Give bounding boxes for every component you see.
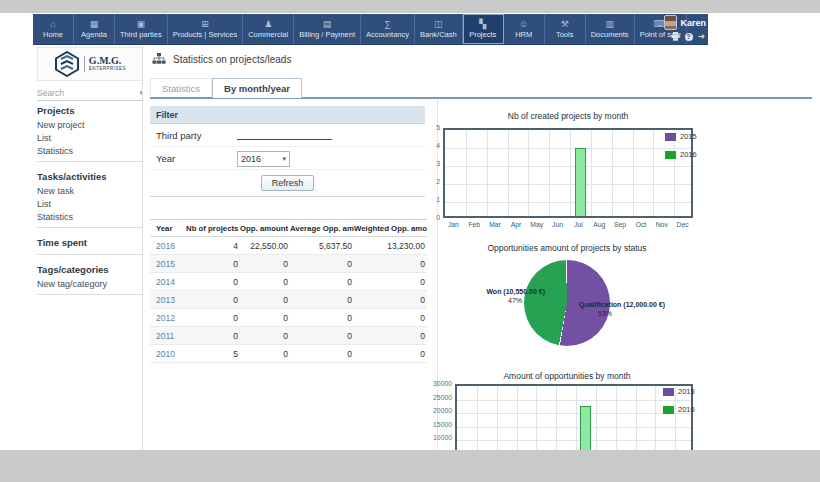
filter-row-year: Year 2016 ▾ bbox=[150, 147, 425, 170]
print-icon[interactable] bbox=[671, 32, 680, 41]
bank-cash-icon: ◫ bbox=[434, 19, 443, 29]
project-stats-icon bbox=[152, 53, 166, 65]
nav-item-third-parties[interactable]: ▣Third parties bbox=[115, 14, 168, 44]
table-cell: 0 bbox=[290, 295, 354, 305]
tab-statistics[interactable]: Statistics bbox=[150, 78, 212, 98]
tools-icon: ⚒ bbox=[561, 19, 569, 29]
year-link-cell[interactable]: 2014 bbox=[150, 277, 186, 287]
sidebar-divider bbox=[37, 227, 143, 228]
sidebar-item-statistics[interactable]: Statistics bbox=[37, 210, 143, 223]
year-link[interactable]: 2015 bbox=[156, 259, 175, 269]
filter-header: Filter bbox=[150, 106, 425, 124]
sidebar-section-tags-categories: Tags/categories bbox=[37, 259, 143, 277]
nav-item-billing-payment[interactable]: ▤Billing / Payment bbox=[294, 14, 361, 44]
year-select[interactable]: 2016 ▾ bbox=[237, 151, 290, 167]
sidebar-item-new-task[interactable]: New task bbox=[37, 184, 143, 197]
nav-item-home[interactable]: ⌂Home bbox=[33, 14, 74, 44]
sidebar-divider bbox=[37, 294, 143, 295]
table-header-cell: Opp. amount bbox=[240, 224, 290, 233]
year-link[interactable]: 2010 bbox=[156, 349, 175, 359]
nav-item-agenda[interactable]: ▦Agenda bbox=[74, 14, 115, 44]
table-cell: 0 bbox=[240, 295, 290, 305]
products-services-icon: ⊞ bbox=[201, 19, 209, 29]
year-link[interactable]: 2011 bbox=[156, 331, 174, 341]
user-block: Karen ? ➔ bbox=[664, 15, 706, 41]
table-row: 2016422,550.005,637.5013,230.00 bbox=[150, 237, 427, 255]
nav-item-accountancy[interactable]: ∑Accountancy bbox=[361, 14, 415, 44]
user-avatar[interactable] bbox=[664, 15, 677, 30]
agenda-icon: ▦ bbox=[90, 19, 99, 29]
table-cell: 0 bbox=[290, 313, 354, 323]
year-link-cell[interactable]: 2016 bbox=[150, 241, 186, 251]
nav-item-label: Billing / Payment bbox=[299, 30, 355, 39]
year-link-cell[interactable]: 2013 bbox=[150, 295, 186, 305]
nav-item-label: Bank/Cash bbox=[420, 30, 457, 39]
search-placeholder: Search bbox=[37, 88, 64, 98]
table-header-cell: Nb of projects bbox=[186, 224, 240, 233]
sidebar-item-list[interactable]: List bbox=[37, 197, 143, 210]
help-icon[interactable]: ? bbox=[684, 32, 693, 41]
year-link-cell[interactable]: 2011 bbox=[150, 331, 186, 341]
refresh-button[interactable]: Refresh bbox=[261, 175, 315, 191]
nav-item-hrm[interactable]: ☺HRM bbox=[504, 14, 545, 44]
sidebar-item-new-tag-category[interactable]: New tag/category bbox=[37, 277, 143, 290]
table-row: 20150000 bbox=[150, 255, 427, 273]
filter-card: Filter Third party Year 2016 ▾ Refresh bbox=[150, 106, 425, 197]
table-row: 20105000 bbox=[150, 345, 427, 363]
bottom-gray-band bbox=[0, 450, 820, 482]
nav-item-projects[interactable]: ▚Projects bbox=[463, 14, 504, 44]
year-link-cell[interactable]: 2010 bbox=[150, 349, 186, 359]
year-link-cell[interactable]: 2012 bbox=[150, 313, 186, 323]
table-cell: 0 bbox=[354, 313, 427, 323]
year-link-cell[interactable]: 2015 bbox=[150, 259, 186, 269]
table-row: 20120000 bbox=[150, 309, 427, 327]
table-cell: 0 bbox=[354, 349, 427, 359]
table-cell: 0 bbox=[354, 259, 427, 269]
sidebar-item-statistics[interactable]: Statistics bbox=[37, 144, 143, 157]
logo-line1: G.M.G. bbox=[89, 56, 126, 66]
year-link[interactable]: 2014 bbox=[156, 277, 175, 287]
projects-icon: ▚ bbox=[479, 19, 486, 29]
nav-item-label: Documents bbox=[591, 30, 629, 39]
nav-item-label: Products | Services bbox=[173, 30, 237, 39]
top-menu-bar: ⌂Home▦Agenda▣Third parties⊞Products | Se… bbox=[33, 14, 708, 45]
logo-line2: ENTERPRISES bbox=[89, 66, 126, 72]
search-input[interactable]: Search ▾ bbox=[37, 86, 143, 101]
year-link[interactable]: 2012 bbox=[156, 313, 175, 323]
sidebar-item-list[interactable]: List bbox=[37, 131, 143, 144]
user-name: Karen bbox=[680, 18, 706, 28]
content-separator bbox=[437, 98, 438, 450]
app-window: ⌂Home▦Agenda▣Third parties⊞Products | Se… bbox=[0, 0, 820, 482]
nav-item-label: Tools bbox=[556, 30, 574, 39]
table-row: 20110000 bbox=[150, 327, 427, 345]
year-link[interactable]: 2013 bbox=[156, 295, 175, 305]
company-logo: G.M.G. ENTERPRISES bbox=[37, 47, 143, 81]
commercial-icon: ♟ bbox=[264, 19, 272, 29]
documents-icon: ▥ bbox=[605, 19, 614, 29]
third-parties-icon: ▣ bbox=[137, 19, 146, 29]
table-row: 20130000 bbox=[150, 291, 427, 309]
table-cell: 0 bbox=[240, 259, 290, 269]
third-party-input[interactable] bbox=[237, 139, 332, 140]
table-cell: 0 bbox=[240, 313, 290, 323]
year-link[interactable]: 2016 bbox=[156, 241, 175, 251]
left-menu: ProjectsNew projectListStatisticsTasks/a… bbox=[37, 100, 143, 299]
year-label: Year bbox=[150, 153, 175, 164]
table-cell: 5,637.50 bbox=[290, 241, 354, 251]
nav-item-commercial[interactable]: ♟Commercial bbox=[243, 14, 294, 44]
table-cell: 0 bbox=[240, 331, 290, 341]
logout-icon[interactable]: ➔ bbox=[697, 32, 706, 41]
nav-item-label: HRM bbox=[515, 30, 532, 39]
nav-item-bank-cash[interactable]: ◫Bank/Cash bbox=[415, 14, 463, 44]
sidebar-separator bbox=[142, 46, 143, 450]
table-cell: 0 bbox=[240, 277, 290, 287]
nav-item-tools[interactable]: ⚒Tools bbox=[545, 14, 586, 44]
sidebar-item-new-project[interactable]: New project bbox=[37, 118, 143, 131]
year-select-value: 2016 bbox=[241, 154, 261, 164]
nav-item-label: Projects bbox=[469, 30, 496, 39]
page-title: Statistics on projects/leads bbox=[173, 54, 291, 65]
tab-by-month-year[interactable]: By month/year bbox=[212, 78, 302, 98]
home-icon: ⌂ bbox=[50, 19, 55, 29]
nav-item-documents[interactable]: ▥Documents bbox=[586, 14, 635, 44]
nav-item-products-services[interactable]: ⊞Products | Services bbox=[168, 14, 243, 44]
